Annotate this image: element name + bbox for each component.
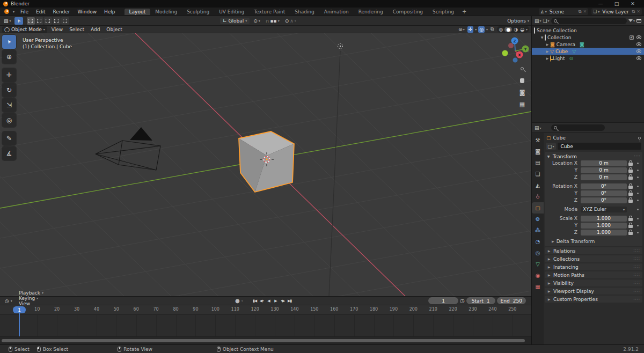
timeline-menu-keying[interactable]: Keying ▾ [16,296,46,301]
axis-neg-x-ball[interactable] [508,43,514,48]
current-frame-field[interactable]: 1 [428,297,458,304]
close-button[interactable]: ✕ [625,1,641,6]
cube-object[interactable] [239,131,294,192]
view-layer-name[interactable]: View Layer [600,9,631,14]
drag-handle-icon[interactable]: ∷∷ [634,154,641,159]
animate-dot-icon[interactable] [637,218,639,219]
proportional-editing-toggle[interactable]: ⊙∧▾ [283,18,298,24]
frame-start-field[interactable]: Start1 [466,297,495,304]
visibility-eye-icon[interactable] [636,56,641,60]
unlink-scene-icon[interactable]: ✕ [582,9,587,14]
timeline-ruler[interactable]: 1020304050607080901001101201301401501601… [0,305,531,315]
properties-tab-constraints[interactable]: ◎ [532,247,544,259]
lock-icon[interactable] [628,232,633,235]
timeline-scrollbar-thumb[interactable] [2,339,525,342]
value-field[interactable]: 1.000 [581,223,627,229]
value-field[interactable]: 1.000 [581,216,627,222]
animate-dot-icon[interactable] [637,193,639,194]
properties-search-input[interactable] [559,125,602,130]
workspace-tab-layout[interactable]: Layout [125,9,151,15]
show-overlays-toggle[interactable]: ◎ [478,26,485,33]
value-field[interactable]: 1.000 [581,230,627,236]
value-field[interactable]: 0° [581,183,627,189]
visibility-eye-icon[interactable] [636,49,641,53]
outliner-row-camera[interactable]: ▶◙Camera◙ [532,41,644,48]
options-dropdown[interactable]: Options▾ [507,18,529,24]
expander-open-icon[interactable]: ▼ [539,35,545,39]
new-collection-button[interactable] [636,19,641,23]
jump-to-end-button[interactable]: ▶▮ [286,299,293,303]
sidebar-collapse-arrow[interactable]: ‹ [527,48,529,54]
panel-motion-paths[interactable]: ▶Motion Paths∷∷ [545,271,642,278]
breadcrumb-object-name[interactable]: Cube [553,135,566,141]
properties-tab-render[interactable]: ◙ [532,146,544,157]
animate-dot-icon[interactable] [637,209,639,210]
outliner-display-mode-button[interactable]: ▤▾ [535,18,541,24]
properties-tab-physics[interactable]: ◔ [532,236,544,247]
shading-rendered-button[interactable]: ◒ [519,27,525,32]
object-type-visibility-dropdown[interactable]: ⊚▾ [457,26,466,33]
workspace-tab-animation[interactable]: Animation [319,9,354,15]
workspace-tab-shading[interactable]: Shading [290,9,319,15]
menu-help[interactable]: Help [100,9,119,14]
xray-toggle[interactable]: ⧉ [489,26,495,33]
outliner-filter-button[interactable]: ▾ [628,19,635,23]
animate-dot-icon[interactable] [637,186,639,187]
properties-tab-tool[interactable]: ⚒ [532,135,544,146]
menu-render[interactable]: Render [49,9,74,14]
properties-tab-material[interactable]: ◉ [532,270,544,281]
outliner-search-input[interactable] [559,18,624,24]
outliner-filter-mode-button[interactable]: ❏▾ [543,18,550,24]
properties-tab-texture[interactable]: ▦ [532,281,544,292]
properties-tab-scene[interactable]: ◭ [532,180,544,191]
play-button[interactable]: ▶ [272,299,279,303]
timeline-editor-type-button[interactable]: ◷▾ [2,298,15,304]
properties-tab-object[interactable]: ▢ [532,202,544,214]
editor-type-button[interactable]: ▧▾ [2,18,13,24]
properties-search[interactable] [551,124,605,131]
add-workspace-button[interactable]: + [459,9,470,14]
value-field[interactable]: 0° [581,197,627,203]
play-reverse-button[interactable]: ◀ [265,299,272,303]
show-gizmos-toggle[interactable]: ✛ [467,26,474,33]
collection-checkbox[interactable]: ✓ [630,35,634,40]
annotate-tool[interactable]: ✎ [2,131,16,145]
outliner-search[interactable] [551,18,627,24]
app-menu-button[interactable]: ▾ [2,9,17,14]
animate-dot-icon[interactable] [637,170,639,171]
expander-closed-icon[interactable]: ▶ [545,56,550,60]
measure-tool[interactable]: ∡ [2,146,16,160]
pan-hand-button[interactable] [516,75,528,86]
panel-visibility[interactable]: ▶Visibility∷∷ [545,280,642,286]
properties-tab-output[interactable]: ▤ [532,157,544,168]
select-mode-set[interactable] [27,17,35,25]
transform-orientation-dropdown[interactable]: ∟Global▾ [220,18,250,24]
workspace-tab-texture-paint[interactable]: Texture Paint [249,9,290,15]
properties-editor-type-button[interactable]: ▤▾ [535,125,541,130]
expander-closed-icon[interactable]: ▶ [545,49,550,53]
new-view-layer-icon[interactable]: ⧉ [632,9,636,14]
auto-keying-toggle[interactable]: ●▾ [235,298,243,304]
lock-icon[interactable] [628,163,633,166]
lock-icon[interactable] [628,176,633,180]
pivot-point-dropdown[interactable]: ⊙▾ [252,18,262,24]
panel-relations[interactable]: ▶Relations∷∷ [545,247,642,254]
value-field[interactable]: 0 m [581,167,627,173]
outliner-row-cube[interactable]: ▶▽Cube▽ [532,48,644,55]
expander-closed-icon[interactable]: ▶ [545,42,550,46]
panel-custom-properties[interactable]: ▶Custom Properties∷∷ [545,296,642,303]
properties-tab-modifiers[interactable]: ⚙ [532,214,544,225]
outliner-row-scene-collection[interactable]: Scene Collection [532,27,644,34]
properties-tab-view-layer[interactable]: ❏ [532,168,544,180]
viewport-menu-object[interactable]: Object [103,27,125,32]
visibility-eye-icon[interactable] [636,35,641,39]
value-field[interactable]: 0° [581,190,627,196]
lock-icon[interactable] [628,193,633,196]
properties-tab-world[interactable]: ♁ [532,191,544,202]
orthographic-grid-button[interactable]: ▦ [516,99,528,109]
scene-selector[interactable]: ◭▾ Scene ⧉✕ [539,8,588,15]
scale-tool[interactable]: ⇲ [2,98,16,112]
minimize-button[interactable]: — [592,1,609,6]
timeline-menu-playback[interactable]: Playback ▾ [16,290,46,296]
remove-view-layer-icon[interactable]: ✕ [636,9,641,14]
